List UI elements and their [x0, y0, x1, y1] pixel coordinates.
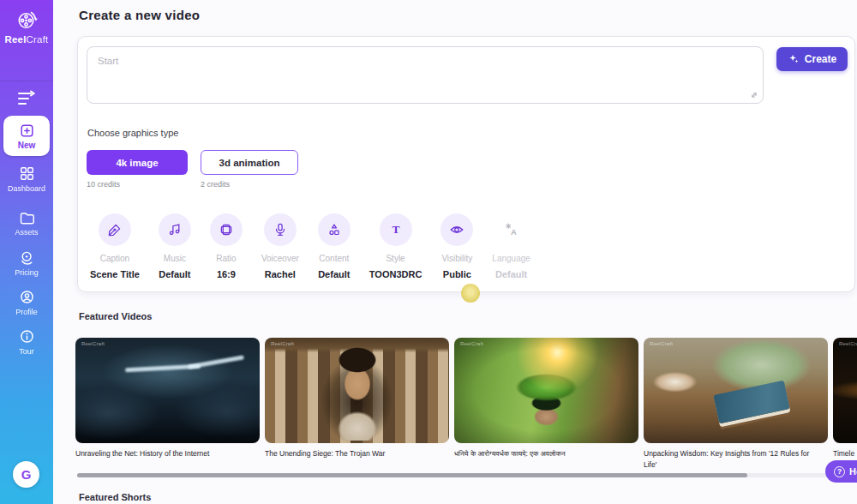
help-button[interactable]: ? Help: [825, 460, 857, 483]
setting-value: Default: [492, 269, 530, 279]
sidebar-item-label: Dashboard: [0, 184, 53, 193]
option-credits: 10 credits: [87, 180, 188, 189]
text-style-icon: T: [380, 213, 412, 246]
setting-label: Language: [492, 254, 530, 263]
create-button-label: Create: [805, 53, 836, 65]
video-title: Unraveling the Net: History of the Inter…: [75, 448, 260, 459]
video-card-timeless[interactable]: ReelCraft Timele: [833, 338, 857, 471]
setting-value: Public: [440, 269, 473, 279]
setting-content[interactable]: Content Default: [311, 213, 357, 279]
option-4k-image[interactable]: 4k image: [87, 150, 188, 175]
graphics-options: 4k image 10 credits 3d animation 2 credi…: [87, 150, 298, 189]
info-icon: [19, 328, 35, 345]
setting-language[interactable]: A Language Default: [485, 213, 537, 279]
video-thumbnail[interactable]: ReelCraft: [75, 338, 260, 443]
sidebar-item-label: Assets: [0, 228, 53, 237]
sidebar-item-dashboard[interactable]: Dashboard: [0, 165, 53, 193]
setting-value: 16:9: [210, 269, 243, 279]
video-title: Unpacking Wisdom: Key Insights from '12 …: [644, 448, 828, 471]
prompt-container: [87, 46, 764, 104]
video-title: Timele: [833, 448, 857, 459]
resize-handle-icon[interactable]: [750, 91, 758, 99]
sidebar-divider: [0, 81, 53, 81]
setting-label: Visibility: [440, 254, 473, 263]
sidebar-item-new[interactable]: New: [3, 116, 50, 156]
video-card-internet[interactable]: ReelCraft Unraveling the Net: History of…: [75, 338, 260, 471]
reelcraft-watermark: ReelCraft: [271, 341, 294, 346]
setting-label: Ratio: [210, 254, 243, 263]
sidebar-item-label: Tour: [0, 347, 53, 356]
prompt-input[interactable]: [87, 46, 764, 104]
video-card-coriander[interactable]: ReelCraft धनिये के आरोग्यवर्धक फायदे: एक…: [454, 338, 638, 471]
svg-text:T: T: [392, 223, 399, 236]
setting-label: Style: [369, 254, 423, 263]
setting-value: Default: [318, 269, 351, 279]
dashboard-grid-icon: [19, 165, 35, 182]
reelcraft-watermark: ReelCraft: [650, 341, 673, 346]
setting-visibility[interactable]: Visibility Public: [434, 213, 480, 279]
videos-scrollbar-track[interactable]: [77, 473, 853, 477]
sidebar-item-assets[interactable]: Assets: [0, 211, 53, 237]
video-thumbnail[interactable]: ReelCraft: [454, 338, 638, 443]
sidebar: ReelCraft New Dashboard: [0, 0, 53, 504]
option-3d-animation[interactable]: 3d animation: [201, 150, 298, 175]
coin-icon: [19, 249, 35, 266]
setting-label: Content: [318, 254, 351, 263]
option-credits: 2 credits: [201, 180, 298, 189]
new-plus-icon: [19, 123, 35, 139]
aspect-frame-icon: [210, 213, 243, 246]
setting-voiceover[interactable]: Voiceover Rachel: [255, 213, 306, 279]
video-card-12-rules[interactable]: ReelCraft Unpacking Wisdom: Key Insights…: [644, 338, 828, 471]
video-thumbnail[interactable]: ReelCraft: [644, 338, 828, 443]
setting-value: Default: [159, 269, 191, 279]
brand-name: ReelCraft: [0, 34, 53, 45]
graphics-type-label: Choose graphics type: [87, 128, 178, 138]
reelcraft-logo[interactable]: ReelCraft: [0, 7, 53, 45]
microphone-icon: [264, 213, 297, 246]
setting-style[interactable]: T Style TOON3DRC: [363, 213, 429, 279]
videos-scrollbar-thumb[interactable]: [77, 473, 747, 477]
avatar-letter: G: [21, 467, 32, 482]
sidebar-item-label: Profile: [0, 308, 53, 316]
video-thumbnail[interactable]: ReelCraft: [833, 338, 857, 443]
setting-value: Scene Title: [90, 269, 140, 279]
translate-icon: A: [495, 213, 528, 246]
featured-shorts-heading: Featured Shorts: [79, 492, 151, 502]
folder-icon: [19, 211, 35, 225]
collapse-menu-icon[interactable]: [16, 89, 37, 108]
reelcraft-watermark: ReelCraft: [839, 341, 857, 346]
setting-ratio[interactable]: Ratio 16:9: [203, 213, 249, 279]
setting-label: Voiceover: [261, 254, 299, 263]
sidebar-item-tour[interactable]: Tour: [0, 328, 53, 356]
eye-icon: [440, 213, 473, 246]
click-indicator: [461, 284, 480, 303]
brand-bold: Reel: [4, 34, 26, 45]
setting-label: Caption: [90, 254, 140, 263]
music-notes-icon: [159, 213, 191, 246]
question-mark-icon: ?: [834, 466, 845, 477]
video-card-trojan-war[interactable]: ReelCraft The Unending Siege: The Trojan…: [265, 338, 449, 471]
video-title: The Unending Siege: The Trojan War: [265, 448, 449, 459]
settings-row: Caption Scene Title Music Default: [83, 213, 537, 279]
sidebar-item-label: New: [18, 141, 36, 150]
setting-value: Rachel: [261, 269, 299, 279]
create-video-card: Create Choose graphics type 4k image 10 …: [77, 36, 855, 292]
video-title: धनिये के आरोग्यवर्धक फायदे: एक अवलोकन: [454, 448, 638, 459]
sidebar-item-profile[interactable]: Profile: [0, 289, 53, 316]
setting-music[interactable]: Music Default: [152, 213, 198, 279]
brand-light: Craft: [27, 34, 49, 45]
reelcraft-watermark: ReelCraft: [81, 341, 105, 346]
help-button-label: Help: [849, 466, 857, 477]
sidebar-item-label: Pricing: [0, 268, 53, 277]
reelcraft-watermark: ReelCraft: [460, 341, 483, 346]
google-account-button[interactable]: G: [13, 461, 39, 488]
sidebar-item-pricing[interactable]: Pricing: [0, 249, 53, 277]
sparkles-icon: [788, 53, 800, 65]
create-button[interactable]: Create: [776, 47, 848, 71]
svg-text:A: A: [511, 228, 517, 237]
featured-videos-row: ReelCraft Unraveling the Net: History of…: [75, 338, 857, 471]
shapes-icon: [318, 213, 351, 246]
setting-caption[interactable]: Caption Scene Title: [83, 213, 147, 279]
setting-label: Music: [159, 254, 191, 263]
video-thumbnail[interactable]: ReelCraft: [265, 338, 449, 443]
